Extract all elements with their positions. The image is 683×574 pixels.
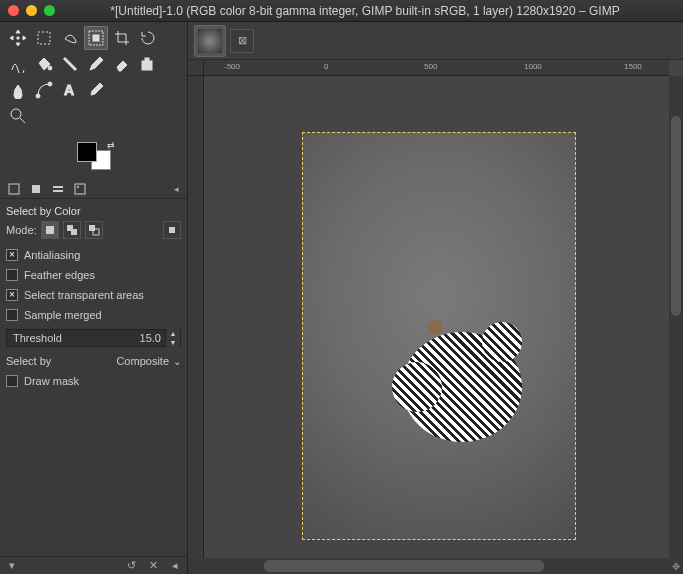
rect-select-tool[interactable] [32,26,56,50]
svg-rect-14 [75,184,85,194]
scrollbar-vertical[interactable] [669,76,683,558]
pencil-tool[interactable] [84,52,108,76]
mode-label: Mode: [6,224,37,236]
warp-tool[interactable] [6,52,30,76]
smudge-tool[interactable] [6,78,30,102]
select-by-value: Composite [116,355,169,367]
mode-add[interactable] [63,221,81,239]
mode-subtract[interactable] [85,221,103,239]
transparent-checkbox[interactable]: × [6,289,18,301]
svg-rect-12 [53,186,63,188]
mode-replace[interactable] [41,221,59,239]
reset-preset-icon[interactable]: ◂ [167,559,183,573]
feather-checkbox[interactable] [6,269,18,281]
restore-preset-icon[interactable]: ↺ [123,559,139,573]
fg-color[interactable] [77,142,97,162]
close-window-button[interactable] [8,5,19,16]
svg-point-7 [48,82,52,86]
rotate-tool[interactable] [136,26,160,50]
crop-tool[interactable] [110,26,134,50]
svg-rect-4 [142,61,152,70]
path-tool[interactable] [32,78,56,102]
svg-rect-16 [46,226,54,234]
window-controls [8,5,55,16]
threshold-slider[interactable]: Threshold 15.0 ▲▼ [6,329,181,347]
ruler-tick: 0 [324,62,328,71]
threshold-label: Threshold [7,332,136,344]
text-tool[interactable]: A [58,78,82,102]
tool-options-title: Select by Color [6,203,181,221]
window-titlebar: *[Untitled]-1.0 (RGB color 8-bit gamma i… [0,0,683,22]
status-corner [188,558,204,574]
tool-options-footer: ▾ ↺ ✕ ◂ [0,556,187,574]
svg-rect-2 [93,35,99,41]
tool-options-panel: Select by Color Mode: × Antialiasing Fea… [0,199,187,395]
save-preset-icon[interactable]: ▾ [4,559,20,573]
sample-merged-checkbox[interactable] [6,309,18,321]
bucket-fill-tool[interactable] [32,52,56,76]
threshold-value: 15.0 [136,332,165,344]
feather-row[interactable]: Feather edges [6,265,181,285]
svg-rect-5 [145,58,149,61]
delete-preset-icon[interactable]: ✕ [145,559,161,573]
image-canvas[interactable] [302,132,576,540]
antialiasing-checkbox[interactable]: × [6,249,18,261]
scrollbar-horizontal[interactable] [204,558,669,574]
ruler-tick: -500 [224,62,240,71]
select-by-label: Select by [6,355,51,367]
svg-point-3 [48,66,52,70]
images-tab[interactable] [70,180,90,198]
workspace: A ⇄ ◂ Select by Color Mode: [0,22,683,574]
panel-menu-icon[interactable]: ◂ [174,184,183,194]
svg-point-15 [77,186,79,188]
zoom-window-button[interactable] [44,5,55,16]
window-title: *[Untitled]-1.0 (RGB color 8-bit gamma i… [55,4,675,18]
mode-row: Mode: [6,221,181,245]
fg-bg-swatch[interactable]: ⇄ [77,142,111,170]
minimize-window-button[interactable] [26,5,37,16]
select-by-dropdown[interactable]: Composite ⌄ [116,355,181,367]
draw-mask-label: Draw mask [24,375,79,387]
transparent-label: Select transparent areas [24,289,144,301]
ruler-vertical[interactable] [188,76,204,558]
sample-merged-label: Sample merged [24,309,102,321]
image-tab-thumbnail[interactable] [194,25,226,57]
tool-options-tabs: ◂ [0,180,187,199]
svg-rect-19 [89,225,95,231]
mode-intersect[interactable] [163,221,181,239]
transparent-row[interactable]: × Select transparent areas [6,285,181,305]
zoom-tool[interactable] [6,104,30,128]
image-tabbar: ⊠ [188,22,683,60]
move-tool[interactable] [6,26,30,50]
ruler-tick: 500 [424,62,437,71]
canvas-viewport[interactable] [204,76,669,558]
navigation-control[interactable]: ✥ [669,558,683,574]
svg-point-9 [11,109,21,119]
antialiasing-label: Antialiasing [24,249,80,261]
swap-colors-icon[interactable]: ⇄ [107,140,115,150]
undo-history-tab[interactable] [48,180,68,198]
tool-options-tab[interactable] [4,180,24,198]
sample-merged-row[interactable]: Sample merged [6,305,181,325]
gradient-tool[interactable] [58,52,82,76]
antialiasing-row[interactable]: × Antialiasing [6,245,181,265]
left-panel: A ⇄ ◂ Select by Color Mode: [0,22,188,574]
close-tab-button[interactable]: ⊠ [230,29,254,53]
device-status-tab[interactable] [26,180,46,198]
selection-region [392,322,532,452]
draw-mask-checkbox[interactable] [6,375,18,387]
ruler-tick: 1500 [624,62,642,71]
ruler-horizontal[interactable]: -500 0 500 1000 1500 [204,60,669,76]
toolbox: A [0,22,187,136]
color-picker-tool[interactable] [84,78,108,102]
draw-mask-row[interactable]: Draw mask [6,371,181,391]
free-select-tool[interactable] [58,26,82,50]
svg-text:A: A [64,82,74,98]
ruler-corner [188,60,204,76]
select-by-color-tool[interactable] [84,26,108,50]
svg-rect-18 [71,229,77,235]
clone-tool[interactable] [136,52,160,76]
threshold-spinner[interactable]: ▲▼ [165,329,180,347]
ruler-tick: 1000 [524,62,542,71]
eraser-tool[interactable] [110,52,134,76]
